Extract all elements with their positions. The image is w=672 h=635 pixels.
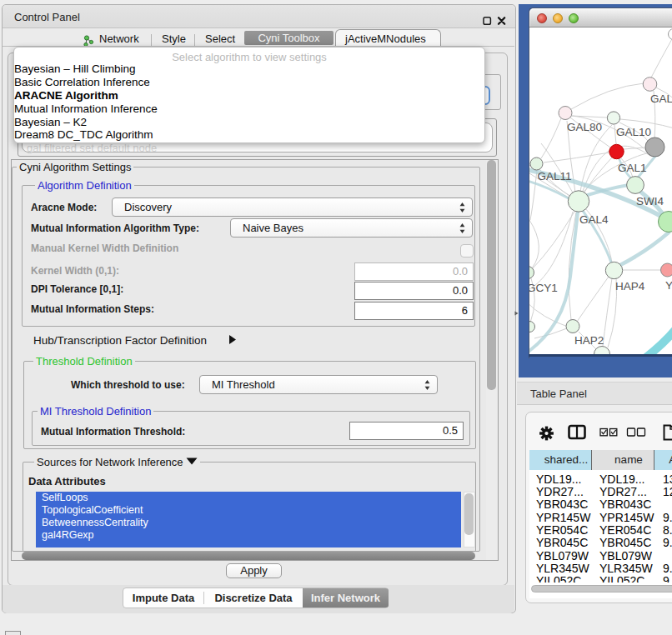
svg-text:GAL4: GAL4: [579, 213, 609, 226]
svg-text:SWI4: SWI4: [636, 195, 664, 208]
svg-text:GAL80: GAL80: [567, 121, 602, 133]
svg-text:GAL: GAL: [650, 92, 672, 105]
svg-text:HAP2: HAP2: [574, 334, 604, 347]
svg-text:HAP4: HAP4: [615, 280, 645, 292]
svg-text:GAL1: GAL1: [618, 162, 647, 174]
svg-text:GAL10: GAL10: [616, 126, 651, 138]
svg-text:Y: Y: [665, 279, 672, 292]
svg-text:GAL11: GAL11: [538, 170, 572, 182]
svg-text:GCY1: GCY1: [529, 282, 558, 294]
